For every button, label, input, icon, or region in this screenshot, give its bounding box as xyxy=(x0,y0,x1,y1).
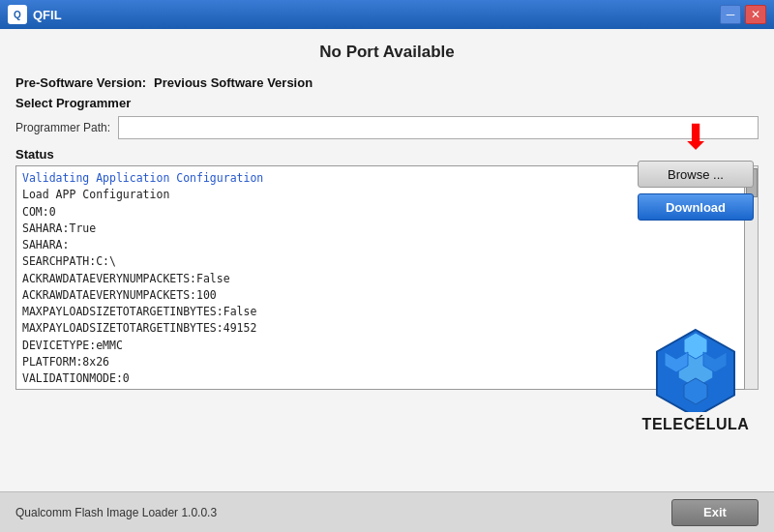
pre-software-label: Pre-Software Version: xyxy=(15,75,146,90)
telecelula-text: TELECÉLULA xyxy=(642,416,750,433)
main-content: No Port Available Pre-Software Version: … xyxy=(0,29,774,501)
download-button[interactable]: Download xyxy=(638,193,754,221)
right-panel: ⬇ Browse ... Download xyxy=(633,120,759,221)
footer-version: Qualcomm Flash Image Loader 1.0.0.3 xyxy=(15,506,217,519)
title-bar-text: QFIL xyxy=(33,8,720,22)
telecelula-logo: TELECÉLULA xyxy=(642,325,750,433)
logo-area: TELECÉLULA xyxy=(633,269,759,433)
footer-bar: Qualcomm Flash Image Loader 1.0.0.3 Exit xyxy=(0,491,774,532)
select-programmer-header: Select Programmer xyxy=(15,96,759,110)
exit-button[interactable]: Exit xyxy=(671,499,759,526)
app-icon-text: Q xyxy=(14,10,21,20)
close-button[interactable]: ✕ xyxy=(745,5,766,24)
hex-logo-svg xyxy=(647,325,744,412)
app-icon: Q xyxy=(8,5,27,24)
arrow-indicator: ⬇ xyxy=(681,120,710,155)
title-bar-controls: ─ ✕ xyxy=(720,5,766,24)
page-title: No Port Available xyxy=(15,43,759,62)
minimize-button[interactable]: ─ xyxy=(720,5,741,24)
browse-button[interactable]: Browse ... xyxy=(638,161,754,188)
previous-software-label: Previous Software Version xyxy=(154,75,313,90)
title-bar: Q QFIL ─ ✕ xyxy=(0,0,774,29)
programmer-path-label: Programmer Path: xyxy=(15,121,110,134)
pre-software-row: Pre-Software Version: Previous Software … xyxy=(15,75,759,90)
